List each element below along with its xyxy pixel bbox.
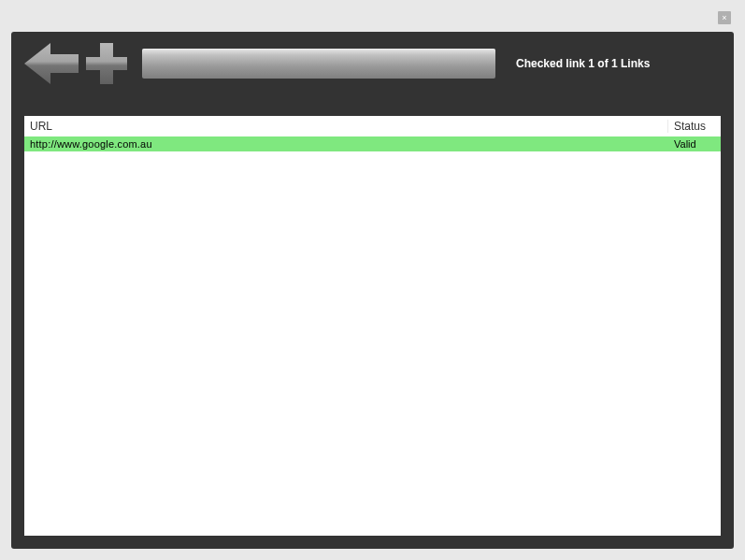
toolbar: Checked link 1 of 1 Links bbox=[11, 32, 734, 95]
arrow-left-icon bbox=[24, 43, 79, 84]
main-panel: Checked link 1 of 1 Links URL Status htt… bbox=[11, 32, 734, 549]
progress-bar bbox=[142, 49, 495, 79]
table-header: URL Status bbox=[24, 116, 721, 136]
column-header-url[interactable]: URL bbox=[24, 120, 668, 133]
status-text: Checked link 1 of 1 Links bbox=[516, 57, 650, 70]
close-button[interactable]: × bbox=[718, 11, 731, 24]
add-button[interactable] bbox=[86, 43, 127, 84]
cell-url: http://www.google.com.au bbox=[24, 138, 668, 150]
table-row[interactable]: http://www.google.com.au Valid bbox=[24, 136, 721, 151]
plus-icon bbox=[86, 43, 127, 84]
back-button[interactable] bbox=[24, 43, 79, 84]
column-header-status[interactable]: Status bbox=[668, 120, 721, 133]
cell-status: Valid bbox=[668, 138, 721, 150]
results-table: URL Status http://www.google.com.au Vali… bbox=[24, 116, 721, 536]
